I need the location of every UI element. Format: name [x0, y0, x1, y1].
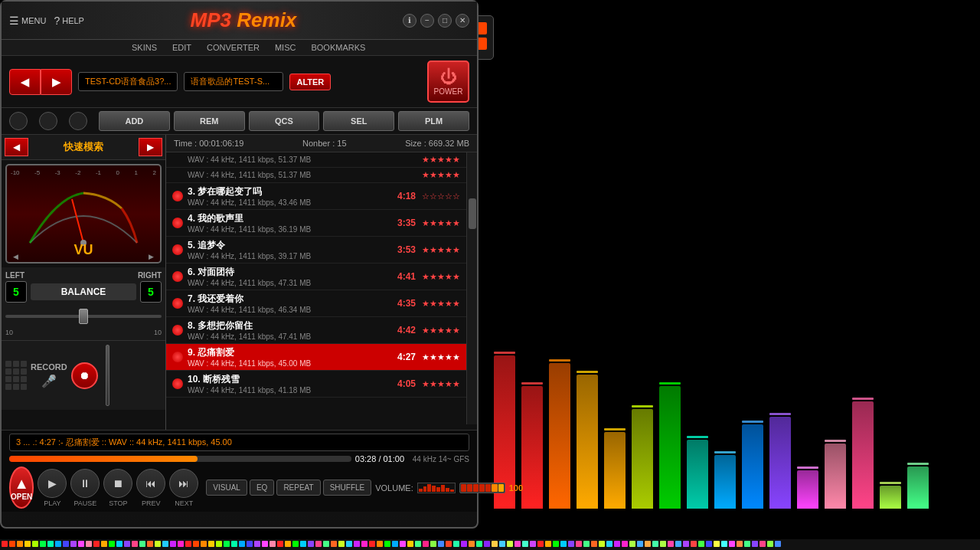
open-button[interactable]: ▲ OPEN	[9, 467, 34, 509]
playlist-item[interactable]: 7. 我还爱着你 WAV : 44 kHz, 1411 kbps, 46.34 …	[166, 290, 466, 317]
playlist-item[interactable]: WAV : 44 kHz, 1411 kbps, 51.37 MB ★★★★★	[166, 152, 466, 168]
stop-button[interactable]: ⏹	[103, 469, 132, 498]
balance-thumb[interactable]	[79, 309, 88, 324]
maximize-button[interactable]: □	[438, 14, 452, 28]
window-controls: ℹ − □ ✕	[403, 14, 469, 28]
power-button[interactable]: ⏻ POWER	[427, 61, 469, 103]
spectrum-bar	[659, 382, 681, 509]
alter-button[interactable]: ALTER	[289, 74, 331, 90]
clock-icon-3[interactable]	[69, 112, 87, 130]
playlist-display-1[interactable]: TEST-CD语音食品3?...	[78, 72, 178, 91]
spectrum-bar-fill	[549, 363, 570, 509]
prev-playlist-button[interactable]: ◀	[9, 69, 41, 95]
visual-button[interactable]: VISUAL	[206, 480, 247, 496]
balance-slider[interactable]	[5, 305, 162, 328]
menu-misc[interactable]: MISC	[275, 43, 296, 52]
category-prev-button[interactable]: ◀	[5, 138, 28, 156]
playlist-item[interactable]: 4. 我的歌声里 WAV : 44 kHz, 1411 kbps, 36.19 …	[166, 210, 466, 237]
play-group: ▶ PLAY	[38, 469, 67, 507]
spectrum-analyzer	[479, 0, 980, 539]
playlist-item-stars: ☆☆☆☆☆	[422, 192, 460, 201]
vu-right-indicator: ▶	[149, 253, 154, 260]
pause-button[interactable]: ⏸	[70, 469, 100, 498]
spectrum-bar-peak	[742, 421, 763, 423]
playlist-item-title: 9. 忍痛割爱	[188, 346, 397, 359]
spectrum-bar-peak	[577, 371, 598, 373]
pause-label: PAUSE	[74, 499, 96, 507]
playlist-item[interactable]: 6. 对面团待 WAV : 44 kHz, 1411 kbps, 47.31 M…	[166, 264, 466, 290]
playlist-item[interactable]: 9. 忍痛割爱 WAV : 44 kHz, 1411 kbps, 45.00 M…	[166, 344, 466, 371]
spectrum-bar-fill	[769, 417, 791, 509]
playlist-item[interactable]: 3. 梦在哪起变了吗 WAV : 44 kHz, 1411 kbps, 43.4…	[166, 183, 466, 210]
stop-label: STOP	[109, 499, 127, 507]
scrollbar-thumb[interactable]	[469, 198, 476, 229]
category-next-button[interactable]: ▶	[139, 138, 162, 156]
volume-label: VOLUME:	[375, 483, 413, 493]
menu-skins[interactable]: SKINS	[132, 43, 157, 52]
menu-button[interactable]: ☰ MENU	[9, 15, 46, 27]
playlist-item-meta: WAV : 44 kHz, 1411 kbps, 41.18 MB	[188, 386, 397, 394]
playlist-item-stars: ★★★★★	[422, 155, 460, 165]
next-button[interactable]: ⏭	[169, 469, 198, 498]
eq-graphic	[417, 483, 456, 493]
track-icon	[172, 352, 183, 362]
bitrate-display: 44 kHz 14~ GFS	[413, 455, 469, 463]
add-button[interactable]: ADD	[99, 111, 170, 131]
volume-bar[interactable]	[459, 483, 505, 493]
vu-arc-svg	[22, 185, 145, 247]
help-button[interactable]: ? HELP	[54, 15, 84, 27]
close-button[interactable]: ✕	[456, 14, 469, 28]
spectrum-bar-peak	[659, 382, 681, 385]
next-group: ⏭ NEXT	[169, 469, 198, 507]
pause-group: ⏸ PAUSE	[70, 469, 100, 507]
sel-button[interactable]: SEL	[323, 111, 394, 131]
nav-buttons: ◀ ▶	[9, 69, 72, 95]
prev-button[interactable]: ⏮	[136, 469, 165, 498]
menu-converter[interactable]: CONVERTER	[207, 43, 260, 52]
playlist-item[interactable]: 8. 多想把你留住 WAV : 44 kHz, 1411 kbps, 47.41…	[166, 317, 466, 344]
repeat-button[interactable]: REPEAT	[276, 480, 320, 496]
play-button[interactable]: ▶	[38, 469, 67, 498]
record-level-slider[interactable]	[106, 345, 109, 406]
menu-edit[interactable]: EDIT	[172, 43, 191, 52]
rem-button[interactable]: REM	[174, 111, 245, 131]
playlist-display-2[interactable]: 语音歌品的TEST-S...	[184, 72, 283, 91]
prev-label: PREV	[142, 499, 161, 507]
progress-bar[interactable]	[9, 456, 351, 462]
minimize-button[interactable]: −	[420, 14, 434, 28]
playlist-item-stars: ★★★★★	[422, 245, 460, 255]
record-dots	[5, 361, 27, 390]
stop-group: ⏹ STOP	[103, 469, 132, 507]
clock-icon-2[interactable]	[39, 112, 57, 130]
eq-button[interactable]: EQ	[250, 480, 274, 496]
track-icon	[172, 191, 183, 201]
record-label: RECORD	[31, 362, 67, 372]
playlist-panel: Time : 00:01:06:19 Nonber : 15 Size : 66…	[166, 135, 477, 430]
next-playlist-button[interactable]: ▶	[41, 69, 72, 95]
playlist-item[interactable]: WAV : 44 kHz, 1411 kbps, 51.37 MB ★★★★★	[166, 168, 466, 183]
clock-icon-1[interactable]	[9, 112, 28, 130]
spectrum-bar-peak	[632, 405, 653, 408]
playlist-item[interactable]: 10. 断桥残雪 WAV : 44 kHz, 1411 kbps, 41.18 …	[166, 371, 466, 398]
progress-fill	[9, 456, 198, 462]
balance-right-label: RIGHT	[138, 271, 162, 280]
info-button[interactable]: ℹ	[403, 14, 416, 28]
menu-bookmarks[interactable]: BOOKMARKS	[311, 43, 365, 52]
spectrum-bar	[742, 421, 763, 509]
spectrum-bar-peak	[714, 451, 736, 453]
spectrum-bar	[521, 382, 543, 509]
spectrum-bar-peak	[494, 352, 515, 354]
balance-center-label: BALANCE	[31, 283, 136, 300]
playlist-item[interactable]: 5. 追梦令 WAV : 44 kHz, 1411 kbps, 39.17 MB…	[166, 237, 466, 264]
record-button[interactable]: ⏺	[71, 362, 98, 389]
shuffle-button[interactable]: SHUFFLE	[323, 480, 372, 496]
record-section: RECORD 🎤 ⏺	[2, 341, 165, 410]
spectrum-bar-fill	[632, 409, 653, 509]
qcs-button[interactable]: QCS	[249, 111, 320, 131]
spectrum-bar	[577, 371, 598, 509]
plm-button[interactable]: PLM	[398, 111, 469, 131]
playlist-scrollbar[interactable]	[466, 152, 477, 424]
track-icon	[172, 271, 183, 282]
spectrum-bar-fill	[659, 386, 681, 509]
track-icon	[172, 244, 183, 255]
